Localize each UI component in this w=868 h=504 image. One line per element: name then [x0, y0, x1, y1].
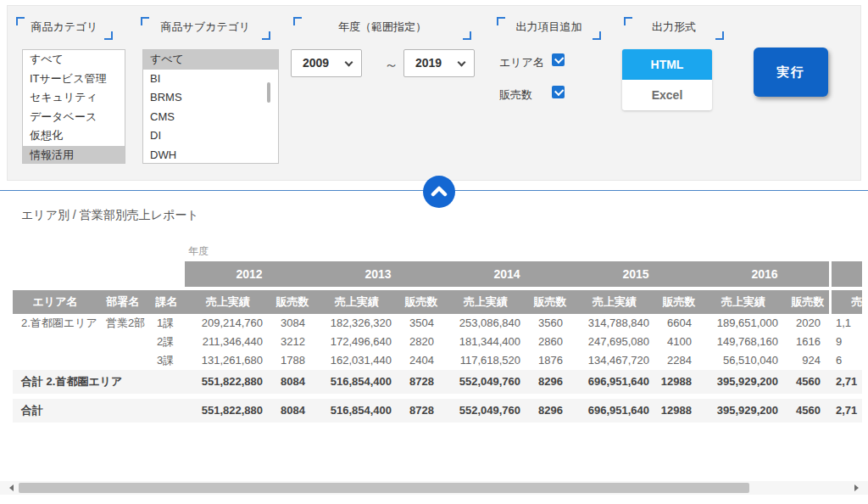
list-item[interactable]: ITサービス管理	[23, 70, 125, 89]
value-cell: 3084	[271, 314, 314, 333]
sales-report-table: 20122013201420152016エリア名部署名課名売上実績販売数売上実績…	[13, 261, 862, 431]
value-cell: 2,71	[829, 399, 862, 423]
subtotal-label: 合計 2.首都圏エリア	[13, 370, 185, 394]
year-to-value: 2019	[415, 56, 442, 70]
value-cell: 1,1	[829, 314, 862, 333]
subcategory-scrollbar-thumb[interactable]	[267, 82, 270, 103]
value-cell: 551,822,880	[185, 370, 271, 394]
scrollbar-thumb[interactable]	[19, 483, 749, 493]
collapse-panel-button[interactable]	[423, 176, 455, 208]
value-cell: 8296	[529, 370, 571, 394]
year-axis-label: 年度	[188, 244, 209, 259]
list-item[interactable]: すべて	[23, 50, 125, 70]
value-cell: 551,822,880	[185, 399, 271, 423]
value-cell: 395,929,200	[700, 399, 787, 423]
output-format-group-title: 出力形式	[624, 17, 724, 37]
corner-bracket-icon	[104, 31, 113, 40]
list-item[interactable]: データベース	[23, 108, 125, 127]
value-cell: 924	[787, 351, 829, 370]
output-items-group-label: 出力項目追加	[497, 17, 601, 40]
value-cell: 2860	[529, 333, 571, 351]
year-band-cell: 2016	[700, 261, 829, 287]
value-cell: 1788	[271, 351, 314, 370]
qty-header: 販売数	[529, 290, 571, 314]
year-band-cell: 2013	[314, 261, 442, 287]
list-item[interactable]: セキュリティ	[23, 88, 125, 108]
chevron-down-icon	[345, 59, 353, 67]
total-row: 合計551,822,8808084516,854,4008728552,049,…	[13, 399, 862, 423]
value-cell: 4560	[787, 399, 829, 423]
table-header-row: エリア名部署名課名売上実績販売数売上実績販売数売上実績販売数売上実績販売数売上実…	[13, 290, 862, 314]
year-from-select[interactable]: 2009	[291, 49, 362, 77]
value-cell: 696,951,640	[571, 370, 658, 394]
year-band-cell: 2015	[571, 261, 700, 287]
value-cell: 8728	[400, 399, 442, 423]
list-item[interactable]: DWH	[143, 146, 278, 165]
value-cell: 172,496,640	[314, 333, 400, 351]
year-range-separator: ～	[384, 55, 398, 75]
list-item[interactable]: 情報活用	[23, 146, 125, 165]
subcategory-group-title: 商品サブカテゴリ	[141, 17, 270, 37]
value-cell: 134,467,720	[571, 351, 658, 370]
list-item[interactable]: CMS	[143, 108, 278, 127]
scroll-left-arrow-icon[interactable]	[9, 484, 14, 491]
year-range-group-label: 年度（範囲指定）	[293, 17, 471, 40]
list-item[interactable]: BRMS	[143, 88, 278, 108]
value-cell: 247,695,080	[571, 333, 658, 351]
value-cell: 253,086,840	[442, 314, 529, 333]
value-cell: 211,346,440	[185, 333, 271, 351]
value-cell: 1616	[787, 333, 829, 351]
corner-bracket-icon	[624, 17, 632, 25]
value-cell: 2,71	[829, 370, 862, 394]
area-name-checkbox[interactable]	[552, 53, 565, 66]
sales-count-checkbox[interactable]	[552, 86, 565, 98]
year-to-select[interactable]: 2019	[403, 49, 475, 77]
table-row: 3課131,261,6801788162,031,4402404117,618,…	[13, 351, 862, 370]
category-listbox[interactable]: すべてITサービス管理セキュリティデータベース仮想化情報活用	[22, 49, 125, 164]
value-cell: 56,510,040	[700, 351, 787, 370]
value-cell: 516,854,400	[314, 399, 400, 423]
list-item[interactable]: BI	[143, 70, 278, 89]
year-band-cell: 2012	[185, 261, 314, 287]
area-cell: 2.首都圏エリア	[13, 314, 97, 333]
table-row: 2.首都圏エリア営業2部1課209,214,7603084182,326,320…	[13, 314, 862, 333]
value-cell: 4560	[787, 370, 829, 394]
execute-button[interactable]: 実行	[754, 48, 828, 97]
value-cell: 2820	[400, 333, 442, 351]
band-spacer	[13, 261, 185, 287]
year-band-cell	[829, 261, 862, 287]
qty-header: 販売数	[787, 290, 829, 314]
area-cell	[13, 351, 97, 370]
value-cell: 8084	[271, 399, 314, 423]
corner-bracket-icon	[293, 17, 302, 25]
sales-header: 売上実績	[314, 290, 400, 314]
filter-panel: 商品カテゴリ すべてITサービス管理セキュリティデータベース仮想化情報活用 商品…	[7, 5, 861, 181]
corner-bracket-icon	[262, 31, 270, 40]
subtotal-row: 合計 2.首都圏エリア551,822,8808084516,854,400872…	[13, 370, 862, 394]
value-cell: 3504	[400, 314, 442, 333]
year-band-row: 20122013201420152016	[13, 261, 862, 287]
horizontal-scrollbar[interactable]	[0, 481, 868, 495]
sales-header: 売上実績	[571, 290, 658, 314]
list-item[interactable]: 仮想化	[23, 126, 125, 146]
value-cell: 552,049,760	[442, 399, 529, 423]
html-format-button[interactable]: HTML	[622, 49, 712, 80]
corner-bracket-icon	[593, 31, 601, 40]
report-title: エリア別 / 営業部別売上レポート	[21, 208, 199, 223]
value-cell: 3212	[271, 333, 314, 351]
list-item[interactable]: DI	[143, 126, 278, 146]
dept-cell: 営業2部	[97, 314, 148, 333]
area-cell	[13, 333, 97, 351]
subcategory-listbox[interactable]: すべてBIBRMSCMSDIDWHOSSDB	[142, 49, 279, 164]
value-cell: 552,049,760	[442, 370, 529, 394]
corner-bracket-icon	[497, 17, 505, 25]
chevron-up-icon	[429, 182, 449, 202]
category-group-label: 商品カテゴリ	[16, 17, 113, 40]
scroll-right-arrow-icon[interactable]	[854, 484, 859, 491]
qty-header: 販売数	[400, 290, 442, 314]
value-cell: 162,031,440	[314, 351, 400, 370]
excel-format-button[interactable]: Excel	[622, 80, 712, 110]
list-item[interactable]: すべて	[143, 50, 278, 70]
corner-bracket-icon	[715, 31, 724, 40]
value-cell: 516,854,400	[314, 370, 400, 394]
